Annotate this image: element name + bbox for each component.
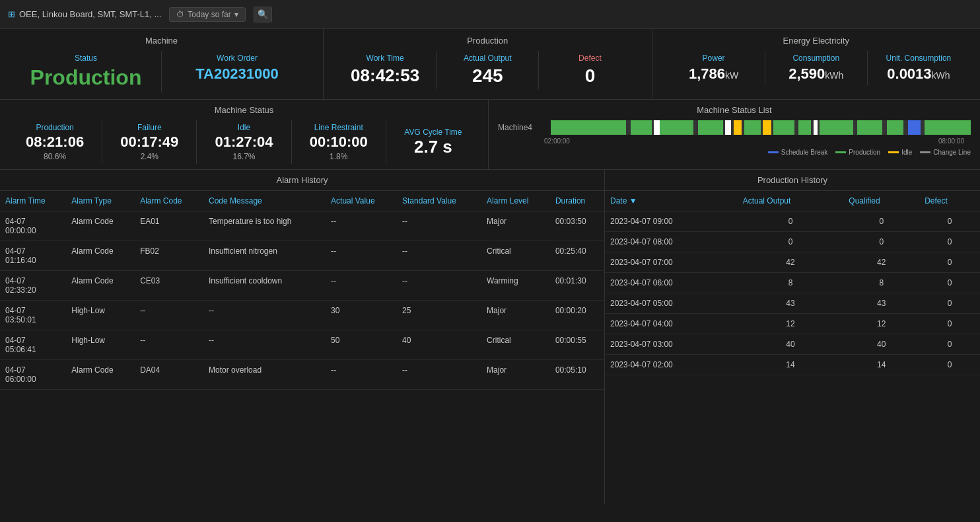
defect-cell: 0 (919, 232, 980, 252)
bottom-row: Alarm History Alarm Time Alarm Type Alar… (0, 170, 980, 504)
alarm-message-cell: -- (203, 301, 326, 330)
alarm-message-cell: Motor overload (203, 360, 326, 390)
list-item: 2023-04-07 05:00 43 43 0 (605, 293, 980, 314)
work-time-label: Work Time (339, 54, 431, 63)
clock-icon: ⏱ (176, 10, 184, 19)
alarm-header-row: Alarm Time Alarm Type Alarm Code Code Me… (0, 191, 604, 211)
machine-timeline (551, 120, 971, 135)
duration-cell: 00:03:50 (550, 211, 604, 241)
table-row: 04-07 06:00:00 Alarm Code DA04 Motor ove… (0, 360, 604, 390)
alarm-type-cell: Alarm Code (66, 271, 135, 301)
production-history-title: Production History (605, 170, 980, 191)
alarm-time-cell: 04-07 02:33:20 (0, 271, 66, 301)
timeline-label-end: 08:00:00 (938, 137, 964, 145)
actual-val-cell: -- (326, 271, 397, 301)
alarm-code-cell: -- (135, 301, 203, 330)
alarm-time-cell: 04-07 05:06:41 (0, 330, 66, 360)
avg-cycle-label: AVG Cycle Time (392, 128, 475, 137)
date-header[interactable]: Date ▼ (605, 191, 738, 211)
defect-cell: 0 (919, 273, 980, 293)
list-item: 2023-04-07 04:00 12 12 0 (605, 314, 980, 334)
list-item: 2023-04-07 06:00 8 8 0 (605, 273, 980, 293)
machine-status-title: Machine Status (8, 105, 480, 115)
list-item: 2023-04-07 07:00 42 42 0 (605, 252, 980, 273)
table-row: 04-07 01:16:40 Alarm Code FB02 Insuffici… (0, 241, 604, 271)
date-cell: 2023-04-07 08:00 (605, 232, 738, 252)
alarm-level-header: Alarm Level (481, 191, 550, 211)
alarm-code-cell: DA04 (135, 360, 203, 390)
production-status-item: Production 08:21:06 80.6% (8, 120, 102, 164)
consumption-label: Consumption (771, 54, 862, 63)
machine-status-list-panel: Machine Status List Machine4 02:00:00 08… (489, 100, 980, 169)
duration-header: Duration (550, 191, 604, 211)
consumption-item: Consumption 2,590kWh (765, 51, 868, 85)
alarm-level-cell: Major (481, 211, 550, 241)
qualified-cell: 8 (843, 273, 919, 293)
time-range-selector[interactable]: ⏱ Today so far ▾ (169, 7, 245, 22)
line-restraint-status-item: Line Restraint 00:10:00 1.8% (292, 120, 386, 164)
defect-cell: 0 (919, 211, 980, 232)
list-item: 2023-04-07 02:00 14 14 0 (605, 355, 980, 375)
alarm-table-header: Alarm Time Alarm Type Alarm Code Code Me… (0, 191, 604, 211)
avg-cycle-item: AVG Cycle Time 2.7 s (386, 125, 480, 160)
timeline-legend: Schedule Break Production Idle Change Li… (498, 149, 971, 156)
alarm-time-cell: 04-07 01:16:40 (0, 241, 66, 271)
qualified-cell: 14 (843, 355, 919, 375)
production-status-value: 08:21:06 (13, 133, 96, 151)
qualified-cell: 40 (843, 334, 919, 355)
oee-icon: ⊞ (8, 9, 15, 19)
legend-idle: Idle (888, 149, 912, 156)
duration-cell: 00:00:55 (550, 330, 604, 360)
work-time-value: 08:42:53 (339, 65, 431, 86)
defect-cell: 0 (919, 355, 980, 375)
idle-status-pct: 16.7% (202, 152, 285, 161)
alarm-table-scroll[interactable]: Alarm Time Alarm Type Alarm Code Code Me… (0, 191, 604, 504)
power-label: Power (668, 54, 759, 63)
qualified-cell: 12 (843, 314, 919, 334)
table-row: 04-07 03:50:01 High-Low -- -- 30 25 Majo… (0, 301, 604, 330)
alarm-code-header: Alarm Code (135, 191, 203, 211)
actual-output-cell: 14 (738, 355, 844, 375)
alarm-history-title: Alarm History (0, 170, 604, 191)
production-dot (835, 151, 846, 153)
actual-output-cell: 12 (738, 314, 844, 334)
production-table-scroll[interactable]: Date ▼ Actual Output Qualified Defect 20… (605, 191, 980, 504)
idle-status-label: Idle (202, 123, 285, 132)
actual-output-header: Actual Output (738, 191, 844, 211)
failure-status-label: Failure (108, 123, 191, 132)
alarm-table-body: 04-07 00:00:00 Alarm Code EA01 Temperatu… (0, 211, 604, 390)
defect-value: 0 (544, 65, 635, 87)
alarm-code-cell: CE03 (135, 271, 203, 301)
alarm-code-cell: EA01 (135, 211, 203, 241)
list-item: 2023-04-07 09:00 0 0 0 (605, 211, 980, 232)
standard-val-cell: -- (397, 211, 481, 241)
actual-output-item: Actual Output 245 (437, 51, 539, 89)
machine-label: Machine4 (498, 123, 544, 132)
search-button[interactable]: 🔍 (254, 7, 272, 22)
avg-cycle-value: 2.7 s (392, 137, 475, 157)
idle-status-value: 01:27:04 (202, 133, 285, 151)
production-panel: Production History Date ▼ Actual Output … (605, 170, 980, 504)
date-cell: 2023-04-07 02:00 (605, 355, 738, 375)
defect-cell: 0 (919, 334, 980, 355)
standard-val-cell: -- (397, 271, 481, 301)
schedule-break-dot (768, 151, 779, 153)
defect-cell: 0 (919, 314, 980, 334)
alarm-type-cell: High-Low (66, 301, 135, 330)
actual-output-cell: 0 (738, 211, 844, 232)
date-cell: 2023-04-07 03:00 (605, 334, 738, 355)
status-value: Production (16, 65, 156, 90)
line-restraint-pct: 1.8% (297, 152, 380, 161)
idle-dot (888, 151, 899, 153)
defect-label: Defect (544, 54, 635, 63)
actual-output-cell: 0 (738, 232, 844, 252)
machine-section: Machine Status Production Work Order TA2… (0, 29, 324, 99)
actual-output-cell: 43 (738, 293, 844, 314)
schedule-break-label: Schedule Break (781, 149, 828, 156)
line-restraint-value: 00:10:00 (297, 133, 380, 151)
production-header-row: Date ▼ Actual Output Qualified Defect (605, 191, 980, 211)
alarm-time-cell: 04-07 00:00:00 (0, 211, 66, 241)
standard-val-cell: -- (397, 360, 481, 390)
search-icon: 🔍 (258, 9, 268, 19)
table-row: 04-07 00:00:00 Alarm Code EA01 Temperatu… (0, 211, 604, 241)
